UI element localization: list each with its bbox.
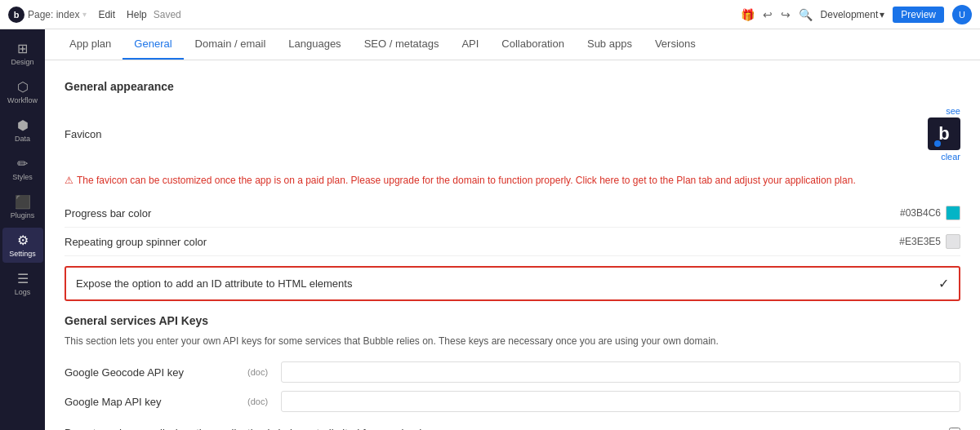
sidebar-item-plugins[interactable]: ⬛ Plugins [2,189,43,224]
favicon-dot [934,140,941,147]
dev-dropdown[interactable]: Development ▾ [821,9,885,20]
sidebar-item-workflow[interactable]: ⬡ Workflow [2,74,43,109]
styles-icon: ✏ [17,156,28,171]
topbar-left: b Page: index ▾ [8,7,87,23]
google-geocode-doc[interactable]: (doc) [247,367,268,377]
sidebar-item-design[interactable]: ⊞ Design [2,36,43,71]
preview-button[interactable]: Preview [893,7,944,23]
avatar[interactable]: U [952,5,972,24]
general-appearance-title: General appearance [65,80,960,93]
undo-icon[interactable]: ↩ [763,8,773,21]
content-area: App plan General Domain / email Language… [45,29,980,430]
data-icon: ⬢ [17,117,29,133]
tab-general[interactable]: General [122,29,183,60]
progress-bar-hex: #03B4C6 [900,207,941,219]
expose-option-label: Expose the option to add an ID attribute… [76,277,938,290]
sidebar-label-settings: Settings [9,250,36,258]
search-icon[interactable]: 🔍 [799,8,813,21]
sidebar-label-logs: Logs [15,288,31,296]
tab-versions[interactable]: Versions [644,29,707,60]
favicon-preview: see b clear [928,106,960,162]
progress-bar-color-row: Progress bar color #03B4C6 [65,199,960,228]
sidebar-item-data[interactable]: ⬢ Data [2,113,43,148]
google-geocode-label: Google Geocode API key [65,366,244,379]
design-icon: ⊞ [17,41,28,56]
repeating-group-color-row: Repeating group spinner color #E3E3E5 [65,228,960,256]
dropdown-arrow[interactable]: ▾ [82,10,87,19]
favicon-image: b [928,117,960,150]
warning-icon: ⚠ [65,175,74,186]
sidebar-label-data: Data [15,135,30,143]
tab-collaboration[interactable]: Collaboration [490,29,576,60]
topbar: b Page: index ▾ Edit Help Saved 🎁 ↩ ↪ 🔍 … [0,0,980,29]
google-map-label: Google Map API key [65,396,244,408]
favicon-label: Favicon [65,128,228,140]
plugins-icon: ⬛ [15,194,31,210]
favicon-warning: ⚠ The favicon can be customized once the… [65,175,960,186]
google-map-row: Google Map API key (doc) [65,391,960,412]
progress-bar-label: Progress bar color [65,207,900,219]
sidebar-label-styles: Styles [12,173,33,181]
tab-domain-email[interactable]: Domain / email [184,29,278,60]
repeating-group-hex: #E3E3E5 [899,236,941,247]
favicon-clear-link[interactable]: clear [941,152,960,162]
api-keys-desc: This section lets you enter your own API… [65,334,960,348]
expose-option-row[interactable]: Expose the option to add an ID attribute… [65,266,960,301]
google-geocode-row: Google Geocode API key (doc) [65,361,960,383]
progress-bar-swatch[interactable] [946,206,960,220]
tab-seo-metatags[interactable]: SEO / metatags [353,29,451,60]
logs-icon: ☰ [17,271,29,286]
api-keys-title: General services API Keys [65,314,960,327]
page-name: Page: index [28,9,79,20]
tab-app-plan[interactable]: App plan [58,29,122,60]
repeating-group-label: Repeating group spinner color [65,236,899,248]
edit-menu[interactable]: Edit [98,9,115,20]
no-email-row: Do not send an email when the applicatio… [65,420,960,430]
warning-text[interactable]: The favicon can be customized once the a… [77,175,856,186]
sidebar-item-styles[interactable]: ✏ Styles [2,151,43,186]
favicon-row: Favicon see b clear [65,106,960,162]
bubble-logo: b [8,7,24,23]
sidebar-item-settings[interactable]: ⚙ Settings [2,228,43,263]
sidebar-label-plugins: Plugins [11,211,35,219]
google-geocode-input[interactable] [281,361,960,383]
settings-icon: ⚙ [17,233,29,248]
repeating-group-swatch[interactable] [946,234,960,249]
tab-sub-apps[interactable]: Sub apps [576,29,644,60]
sidebar: ⊞ Design ⬡ Workflow ⬢ Data ✏ Styles ⬛ Pl… [0,29,45,430]
topbar-right: 🎁 ↩ ↪ 🔍 Development ▾ Preview U [741,5,972,24]
tab-api[interactable]: API [450,29,490,60]
topbar-menu: Edit Help [98,9,146,20]
google-map-input[interactable] [281,391,960,412]
no-email-label: Do not send an email when the applicatio… [65,427,949,430]
dev-arrow: ▾ [880,9,884,20]
sidebar-item-logs[interactable]: ☰ Logs [2,266,43,301]
gift-icon[interactable]: 🎁 [741,8,755,21]
tab-languages[interactable]: Languages [277,29,352,60]
favicon-see-link[interactable]: see [946,106,960,116]
dev-label: Development [821,9,879,20]
content-body: General appearance Favicon see b clear ⚠… [45,60,980,430]
settings-tabs: App plan General Domain / email Language… [45,29,980,60]
expose-option-checkmark: ✓ [938,276,949,291]
google-map-doc[interactable]: (doc) [247,397,268,406]
workflow-icon: ⬡ [17,79,29,95]
sidebar-label-design: Design [11,58,33,66]
main-layout: ⊞ Design ⬡ Workflow ⬢ Data ✏ Styles ⬛ Pl… [0,29,980,430]
saved-indicator: Saved [154,9,181,20]
sidebar-label-workflow: Workflow [7,96,38,104]
no-email-checkbox[interactable] [949,428,960,431]
redo-icon[interactable]: ↪ [781,8,791,21]
help-menu[interactable]: Help [127,9,147,20]
